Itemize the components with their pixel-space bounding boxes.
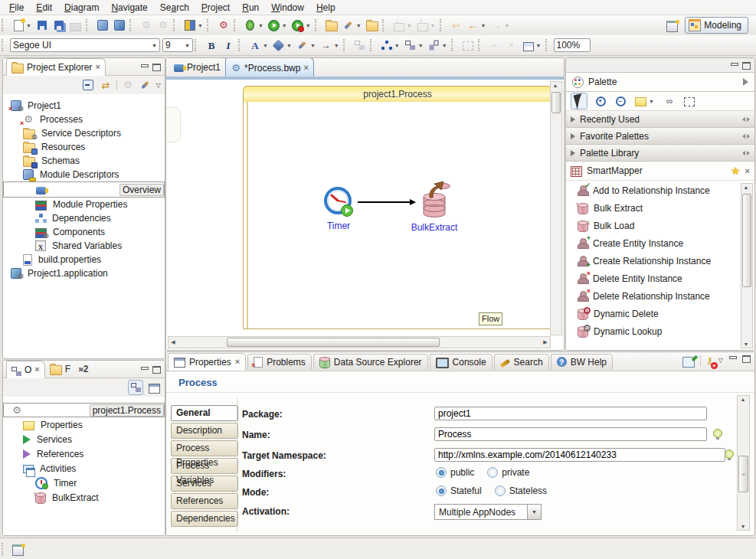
save-button[interactable] [34,17,51,34]
tree-item-resources[interactable]: Resources [3,140,165,154]
new-dropdown[interactable]: ▼ [26,23,31,28]
canvas-h-scrollbar[interactable]: ◀ ▶ [168,336,551,348]
pin-icon[interactable] [742,150,750,156]
target-namespace-input[interactable] [434,448,725,462]
key-error-icon[interactable] [706,355,713,368]
last-edit-location-button[interactable] [448,17,465,34]
palette-item-create-entity-instance[interactable]: Create Entity Instance [566,234,754,252]
toolbar-grip[interactable] [440,19,445,31]
align-dropdown[interactable]: ▼ [418,43,424,48]
more-tabs-indicator[interactable]: »2 [75,364,91,374]
maximize-icon[interactable] [152,366,161,373]
palette-scrollbar[interactable]: ▲ ▼ [741,183,753,348]
font-color-dropdown[interactable]: ▼ [263,43,268,48]
tab-problems[interactable]: Problems [247,354,312,370]
menu-search[interactable]: Search [154,1,195,15]
palette-item-bulk-load[interactable]: Bulk Load [566,217,754,234]
scroll-left-icon[interactable]: ◀ [169,339,178,345]
fill-color-dropdown[interactable]: ▼ [286,43,292,48]
outline-item-activities[interactable]: Activities [3,461,165,476]
timer-node-icon[interactable] [322,185,355,219]
palette-item-bulk-extract[interactable]: Bulk Extract [566,199,754,217]
diagram-tool-dropdown[interactable]: ▼ [198,23,203,28]
font-color-button[interactable]: A [247,37,263,54]
palette-item-dynamic-delete[interactable]: Dynamic Delete [566,305,754,322]
project-explorer-tab[interactable]: Project Explorer [6,58,106,76]
canvas-side-flap[interactable] [166,107,181,142]
close-icon[interactable] [235,358,240,366]
open-perspective-button[interactable] [663,17,680,34]
tree-item-service-descriptors[interactable]: Service Descriptors [3,126,165,140]
toolbar-grip[interactable] [234,19,239,31]
outline-item-bulkextract[interactable]: BulkExtract [3,490,165,505]
menu-file[interactable]: File [3,1,30,15]
view-menu-icon[interactable]: ▽ [156,82,161,89]
italic-button[interactable]: I [220,37,237,54]
palette-scroll-thumb[interactable] [742,194,751,287]
note-tool-button[interactable] [633,94,647,108]
stateful-radio[interactable] [436,485,447,496]
toolbar-grip[interactable] [207,19,212,31]
angle-button-1[interactable]: ⌐ [486,37,503,54]
tree-item-overview[interactable]: Overview [3,181,165,198]
run-config-button[interactable] [290,17,306,34]
name-input[interactable] [434,427,707,441]
zoom-in-button[interactable] [594,94,607,108]
export-button[interactable] [414,17,431,34]
outline-item-references[interactable]: References [3,446,165,461]
toolbar-grip[interactable] [478,39,483,51]
palette-header[interactable]: Palette [566,72,754,92]
minimize-icon[interactable] [730,62,738,69]
close-icon[interactable] [303,64,308,72]
v-scroll-thumb[interactable] [551,92,561,113]
deploy-button[interactable] [111,17,128,34]
scroll-down-icon[interactable]: ▼ [741,342,751,347]
minimize-icon[interactable] [728,355,737,362]
editor-tab-project1[interactable]: Project1 [169,58,225,77]
tree-item-processes[interactable]: Processes [3,113,165,126]
print-button[interactable] [67,17,84,34]
gear-button-1[interactable] [138,17,155,34]
side-tab-process-variables[interactable]: Process Variables [171,458,238,474]
save-all-button[interactable] [51,17,67,34]
zoom-combo[interactable]: 100% [554,38,591,52]
generate-button[interactable] [215,17,232,34]
side-tab-references[interactable]: References [171,493,238,509]
pin-view-icon[interactable] [682,357,695,368]
toolbar-grip[interactable] [545,39,551,51]
open-folder-button[interactable] [364,17,381,34]
copy-appearance-button[interactable] [352,37,368,54]
modeling-perspective-button[interactable]: Modeling [685,17,748,34]
close-icon[interactable] [34,365,39,374]
pin-icon[interactable] [742,133,750,139]
toolbar-grip[interactable] [173,19,178,31]
close-icon[interactable] [95,63,100,71]
maximize-icon[interactable] [742,355,751,362]
toolbar-grip[interactable] [195,39,200,51]
back-button[interactable]: ← [465,17,482,34]
toolbar-grip[interactable] [86,19,91,31]
side-tab-general[interactable]: General [171,405,238,421]
view-menu-icon[interactable]: ▽ [718,357,723,368]
menu-navigate[interactable]: Navigate [105,1,153,15]
bulkextract-node-icon[interactable] [418,181,450,219]
select-connections-dropdown[interactable]: ▼ [394,43,400,48]
fast-view-button[interactable] [10,541,25,557]
link-with-editor-button[interactable] [99,78,113,92]
properties-scroll-thumb[interactable]: ≡ [738,456,748,492]
overview-mode-button[interactable] [147,381,161,394]
scroll-up-icon[interactable]: ▲ [741,185,751,190]
layout-button[interactable] [426,37,443,54]
toolbar-grip[interactable] [451,39,457,51]
scroll-right-icon[interactable]: ▶ [541,339,550,345]
tree-item-module-descriptors[interactable]: Module Descriptors [3,168,165,181]
stateless-radio[interactable] [495,485,506,496]
tree-item-project1-application[interactable]: Project1.application [3,266,165,280]
toolbar-grip[interactable] [129,19,135,31]
run-config-dropdown[interactable]: ▼ [306,23,311,28]
public-radio[interactable] [436,467,447,478]
activation-select[interactable]: Multiple AppNodes ▼ [434,504,542,520]
side-tab-dependencies[interactable]: Dependencies [171,511,238,527]
maximize-icon[interactable] [742,62,751,69]
scroll-up-icon[interactable]: ▲ [551,83,560,88]
